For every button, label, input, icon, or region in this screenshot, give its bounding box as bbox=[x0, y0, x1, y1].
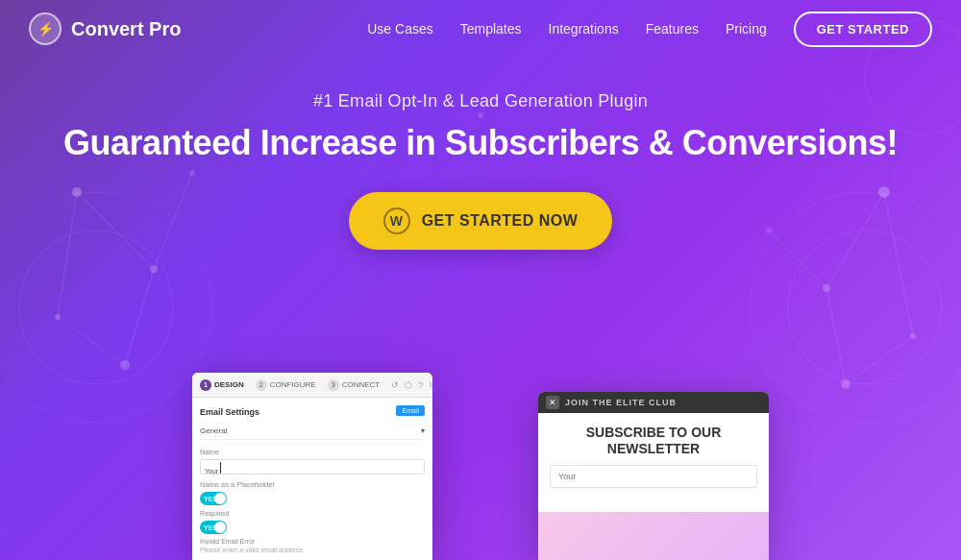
settings-content: Email Settings Email General ▾ Name Your… bbox=[192, 398, 432, 560]
nav-integrations[interactable]: Integrations bbox=[549, 21, 619, 37]
cursor bbox=[220, 462, 221, 474]
logo-text: Convert Pro bbox=[71, 18, 181, 40]
hero-content: #1 Email Opt-In & Lead Generation Plugin… bbox=[0, 91, 961, 250]
name-select[interactable]: Your bbox=[200, 459, 425, 475]
email-badge: Email bbox=[396, 405, 425, 416]
error-text: Please enter a valid email address. bbox=[200, 547, 425, 553]
svg-line-15 bbox=[58, 317, 125, 365]
svg-line-13 bbox=[125, 269, 154, 365]
name-label: Name bbox=[200, 448, 425, 456]
hero-cta-button[interactable]: W GET STARTED NOW bbox=[349, 192, 613, 250]
mockup-area: 1 DESIGN 2 CONFIGURE 3 CONNECT ↺ ⬡ ? SAV… bbox=[192, 368, 769, 560]
settings-panel-title: Email Settings bbox=[200, 407, 259, 417]
hero-subtitle: #1 Email Opt-In & Lead Generation Plugin bbox=[0, 91, 961, 111]
topbar-right: ↺ ⬡ ? SAVE MAKE PUBLIC bbox=[391, 378, 432, 392]
header: ⚡ Convert Pro Use Cases Templates Integr… bbox=[0, 0, 961, 58]
main-nav: Use Cases Templates Integrations Feature… bbox=[367, 12, 932, 47]
hero-cta-label: GET STARTED NOW bbox=[422, 212, 579, 230]
tab-configure[interactable]: 2 CONFIGURE bbox=[256, 379, 316, 391]
svg-line-20 bbox=[846, 336, 913, 384]
required-label: Required bbox=[200, 509, 425, 518]
nav-features[interactable]: Features bbox=[646, 21, 699, 37]
nav-pricing[interactable]: Pricing bbox=[726, 21, 767, 37]
save-button[interactable]: SAVE bbox=[429, 380, 432, 389]
help-icon: ? bbox=[418, 380, 423, 390]
error-label: Invalid Email Error bbox=[200, 538, 425, 545]
nav-templates[interactable]: Templates bbox=[460, 21, 522, 37]
popup-topbar: ✕ JOIN THE ELITE CLUB bbox=[538, 392, 769, 413]
placeholder-toggle[interactable]: YES bbox=[200, 492, 227, 505]
share-icon: ⬡ bbox=[405, 380, 412, 390]
svg-point-4 bbox=[120, 360, 130, 370]
placeholder-label: Name as a Placeholder bbox=[200, 480, 425, 489]
required-toggle[interactable]: YES bbox=[200, 521, 227, 534]
wordpress-icon: W bbox=[383, 207, 410, 234]
required-toggle-row: YES bbox=[200, 521, 425, 534]
popup-close-button[interactable]: ✕ bbox=[546, 396, 559, 409]
nav-use-cases[interactable]: Use Cases bbox=[367, 21, 432, 37]
svg-point-7 bbox=[910, 333, 916, 339]
hero-title: Guaranteed Increase in Subscribers & Con… bbox=[0, 123, 961, 163]
logo[interactable]: ⚡ Convert Pro bbox=[29, 12, 181, 45]
general-section: General ▾ bbox=[200, 426, 425, 440]
placeholder-toggle-row: YES bbox=[200, 492, 425, 505]
tab-connect[interactable]: 3 CONNECT bbox=[328, 379, 381, 391]
popup-preview: ✕ JOIN THE ELITE CLUB SUBSCRIBE TO OUR N… bbox=[538, 392, 769, 560]
settings-panel: 1 DESIGN 2 CONFIGURE 3 CONNECT ↺ ⬡ ? SAV… bbox=[192, 373, 432, 560]
popup-body: SUBSCRIBE TO OUR NEWSLETTER bbox=[538, 413, 769, 507]
name-input-row: Your bbox=[200, 459, 425, 475]
popup-bg-accent bbox=[538, 512, 769, 560]
svg-point-23 bbox=[788, 231, 942, 384]
refresh-icon: ↺ bbox=[391, 380, 399, 390]
header-get-started-button[interactable]: GET STARTED bbox=[794, 12, 932, 47]
popup-heading: SUBSCRIBE TO OUR NEWSLETTER bbox=[550, 425, 757, 457]
logo-icon: ⚡ bbox=[29, 12, 62, 45]
svg-point-1 bbox=[150, 265, 158, 273]
tab-design[interactable]: 1 DESIGN bbox=[200, 379, 244, 391]
svg-line-18 bbox=[826, 288, 846, 384]
svg-point-2 bbox=[55, 314, 61, 320]
popup-title: JOIN THE ELITE CLUB bbox=[565, 398, 677, 407]
popup-email-input[interactable] bbox=[550, 465, 757, 488]
svg-point-21 bbox=[19, 231, 173, 384]
svg-point-6 bbox=[823, 284, 830, 292]
editor-topbar: 1 DESIGN 2 CONFIGURE 3 CONNECT ↺ ⬡ ? SAV… bbox=[192, 373, 432, 398]
svg-point-9 bbox=[841, 379, 850, 389]
